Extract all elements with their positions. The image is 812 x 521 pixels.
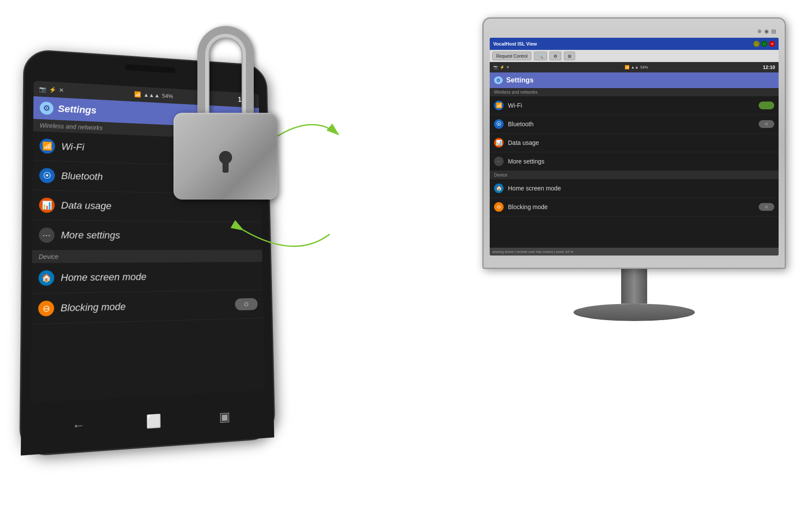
padlock — [160, 26, 291, 200]
remote-more-settings-item[interactable]: ··· More settings — [490, 152, 779, 171]
remote-data-icon: 📊 — [494, 138, 504, 147]
monitor-frame: ⊕ ◉ ▤ VocalHost ISL View – □ ✕ Reques — [482, 17, 786, 269]
more-settings-label: More settings — [61, 229, 256, 242]
remote-gear-icon: ⚙ — [494, 76, 503, 84]
phone-home-screen-item[interactable]: 🏠 Home screen mode — [32, 262, 263, 294]
home-screen-label: Home screen mode — [61, 270, 257, 284]
remote-desktop-window: VocalHost ISL View – □ ✕ Request Control… — [490, 38, 779, 256]
rd-title: VocalHost ISL View — [493, 41, 537, 46]
remote-block-icon: ⊖ — [494, 202, 504, 212]
remote-status-bar: 📷 ⚡ ✕ 📶 ▲▲ 54% 12:10 — [490, 62, 779, 72]
photo-icon: 📷 — [39, 85, 46, 92]
remote-section-wireless: Wireless and networks — [490, 88, 779, 96]
remote-home-icon: 🏠 — [494, 183, 504, 193]
notification-icon: ⚡ — [49, 86, 56, 93]
remote-cell-signal: ▲▲ — [631, 65, 639, 69]
remote-notif-icon: ⚡ — [500, 65, 504, 69]
remote-blocking-toggle[interactable]: O — [759, 203, 774, 211]
rd-titlebar: VocalHost ISL View – □ ✕ — [490, 38, 779, 50]
recents-nav-icon[interactable]: ▣ — [219, 409, 230, 424]
remote-home-label: Home screen mode — [508, 185, 774, 192]
monitor-stand-base — [573, 304, 695, 321]
remote-wifi-item[interactable]: 📶 Wi-Fi — [490, 96, 779, 115]
data-usage-label: Data usage — [61, 200, 256, 213]
remote-battery: 54% — [640, 65, 648, 69]
remote-bluetooth-toggle[interactable]: O — [759, 120, 774, 128]
rd-close-button[interactable]: ✕ — [769, 41, 775, 47]
monitor-screen: VocalHost ISL View – □ ✕ Request Control… — [490, 38, 779, 256]
remote-time: 12:10 — [763, 65, 775, 70]
monitor-menu-icon: ▤ — [771, 28, 776, 34]
wifi-signal-icon: 📶 — [134, 91, 141, 97]
rd-minimize-button[interactable]: – — [753, 41, 760, 47]
remote-section-device: Device — [490, 171, 779, 179]
rd-maximize-button[interactable]: □ — [761, 41, 767, 47]
padlock-keyhole — [219, 151, 232, 164]
rd-bottom-bar: sharing active | remote user has control… — [490, 248, 779, 256]
rd-toolbar: Request Control 🔍 ⚙ ⊞ — [490, 50, 779, 62]
phone-status-icons: 📷 ⚡ ✕ — [39, 85, 64, 93]
rd-status-text: sharing active | remote user has control… — [492, 250, 573, 254]
cell-signal-icon: ▲▲▲ — [144, 92, 160, 98]
settings-gear-icon: ⚙ — [40, 102, 54, 115]
remote-more-label: More settings — [508, 158, 774, 165]
remote-bluetooth-item[interactable]: ⦿ Bluetooth O — [490, 115, 779, 134]
phone-more-settings-item[interactable]: ··· More settings — [32, 220, 262, 251]
request-control-button[interactable]: Request Control — [492, 52, 531, 60]
remote-blocking-item[interactable]: ⊖ Blocking mode O — [490, 198, 779, 216]
remote-wifi-label: Wi-Fi — [508, 102, 754, 109]
rd-android-content: 📷 ⚡ ✕ 📶 ▲▲ 54% 12:10 — [490, 62, 779, 248]
back-nav-icon[interactable]: ← — [72, 418, 85, 433]
wifi-icon: 📶 — [39, 138, 55, 154]
bluetooth-icon: ⦿ — [39, 168, 55, 183]
remote-bluetooth-label: Bluetooth — [508, 121, 754, 128]
rd-window-controls: – □ ✕ — [753, 41, 775, 47]
remote-photo-icon: 📷 — [493, 65, 498, 69]
remote-status-icons-left: 📷 ⚡ ✕ — [493, 65, 510, 69]
remote-bluetooth-icon: ⦿ — [494, 119, 504, 129]
home-nav-icon[interactable]: ⬜ — [146, 413, 161, 429]
remote-home-screen-item[interactable]: 🏠 Home screen mode — [490, 179, 779, 198]
remote-data-label: Data usage — [508, 139, 774, 146]
remote-blocking-label: Blocking mode — [508, 203, 754, 210]
monitor-wrapper: ⊕ ◉ ▤ VocalHost ISL View – □ ✕ Reques — [482, 17, 786, 321]
blocking-mode-label: Blocking mode — [61, 299, 229, 314]
monitor-stand-neck — [621, 269, 647, 304]
more-settings-icon: ··· — [39, 227, 54, 242]
remote-header: ⚙ Settings — [490, 72, 779, 88]
data-usage-icon: 📊 — [39, 197, 55, 213]
remote-wifi-icon: 📶 — [494, 101, 504, 110]
phone-blocking-mode-item[interactable]: ⊖ Blocking mode — [32, 290, 264, 324]
remote-data-usage-item[interactable]: 📊 Data usage — [490, 134, 779, 152]
monitor-power-icon: ◉ — [764, 28, 769, 34]
rd-toolbar-options[interactable]: ⚙ — [550, 52, 561, 60]
phone-header-title: Settings — [58, 103, 97, 116]
monitor-brand-icon: ⊕ — [757, 28, 762, 34]
blocking-mode-toggle[interactable] — [235, 298, 258, 311]
rd-toolbar-zoom[interactable]: 🔍 — [534, 52, 547, 60]
remote-wifi-signal: 📶 — [625, 65, 629, 69]
remote-header-title: Settings — [506, 76, 534, 84]
android-remote-screen: 📷 ⚡ ✕ 📶 ▲▲ 54% 12:10 — [490, 62, 779, 248]
phone-section-device: Device — [32, 250, 262, 263]
remote-wifi-toggle[interactable] — [759, 102, 774, 109]
padlock-body — [174, 113, 278, 200]
home-screen-icon: 🏠 — [39, 270, 55, 286]
blocking-mode-icon: ⊖ — [38, 301, 54, 317]
settings-small-icon: ✕ — [59, 87, 64, 93]
padlock-shackle — [197, 26, 254, 113]
toggle-o-label2: O — [765, 205, 768, 209]
remote-more-icon: ··· — [494, 157, 504, 166]
rd-toolbar-extra[interactable]: ⊞ — [564, 52, 575, 60]
remote-status-icons-right: 📶 ▲▲ 54% — [625, 65, 648, 69]
remote-x-icon: ✕ — [506, 65, 510, 69]
toggle-o-label: O — [765, 122, 768, 126]
monitor-bezel-icons: ⊕ ◉ ▤ — [757, 28, 776, 34]
monitor-bezel-top: ⊕ ◉ ▤ — [490, 25, 779, 38]
